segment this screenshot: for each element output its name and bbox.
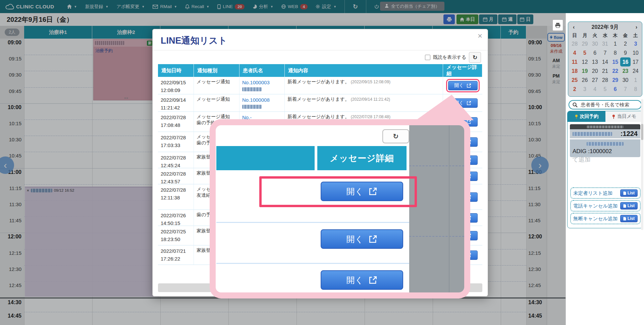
- calendar-day[interactable]: 7: [620, 85, 630, 94]
- open-message-button[interactable]: 開く: [448, 81, 478, 90]
- calendar-day[interactable]: 4: [570, 48, 580, 57]
- modal-backdrop: [566, 0, 644, 13]
- highlight-red-box: [259, 176, 417, 207]
- file-icon: [623, 217, 626, 221]
- search-icon: [573, 102, 578, 107]
- calendar-day[interactable]: 18: [570, 66, 580, 76]
- calendar-day[interactable]: 2: [620, 39, 630, 48]
- calendar-day[interactable]: 8: [631, 85, 641, 94]
- list-add-box-1[interactable]: 電話キャンセル追加List: [570, 200, 641, 212]
- calendar-day[interactable]: 12: [580, 57, 590, 66]
- external-link-icon: [369, 235, 377, 243]
- calendar-day[interactable]: 24: [631, 66, 641, 76]
- calendar-day[interactable]: 19: [580, 66, 590, 76]
- calendar-day[interactable]: 6: [610, 85, 620, 94]
- weekday-label: 水: [600, 31, 610, 39]
- tab-next-reservation[interactable]: 次回予約: [568, 111, 605, 122]
- calendar-day[interactable]: 7: [600, 48, 610, 57]
- calendar-day[interactable]: 4: [590, 85, 600, 94]
- calendar-day[interactable]: 14: [600, 57, 610, 66]
- external-link-icon: [467, 83, 471, 88]
- printer-icon: [555, 23, 560, 28]
- list-add-label: 電話キャンセル追加: [573, 203, 618, 209]
- calendar-day[interactable]: 28: [600, 76, 610, 85]
- calendar-day[interactable]: 6: [590, 48, 600, 57]
- zoom-callout: ↻ メッセージ詳細 開く 開く 開く: [210, 119, 470, 298]
- calendar-day[interactable]: 15: [610, 57, 620, 66]
- calendar-day[interactable]: 1: [610, 39, 620, 48]
- refresh-list-button[interactable]: ↻: [469, 52, 481, 63]
- sidebar-scrollbar-thumb[interactable]: [641, 124, 643, 140]
- calendar-day[interactable]: 31: [600, 39, 610, 48]
- calendar-title: 2022年 9月: [578, 24, 632, 31]
- calendar-next-button[interactable]: ›: [632, 24, 641, 30]
- magnified-open-button[interactable]: 開く: [321, 270, 403, 290]
- calendar-day[interactable]: 5: [580, 48, 590, 57]
- calendar-day[interactable]: 9: [620, 48, 630, 57]
- pushpin-icon: [612, 114, 615, 119]
- calendar-day[interactable]: 27: [590, 76, 600, 85]
- notify-content-time: (2022/07/28 17:08:48): [351, 114, 390, 119]
- calendar-day[interactable]: 25: [570, 76, 580, 85]
- weekday-label: 火: [590, 31, 600, 39]
- patient-adig-id: ADIG :1000002: [573, 148, 638, 155]
- notify-type-line: メッセージ通知: [197, 79, 236, 85]
- calendar-day[interactable]: 1: [631, 76, 641, 85]
- calendar-prev-button[interactable]: ‹: [570, 24, 578, 30]
- calendar-day[interactable]: 26: [580, 76, 590, 85]
- calendar-day[interactable]: 21: [600, 66, 610, 76]
- patient-name-redacted: [587, 142, 624, 146]
- show-read-checkbox[interactable]: [425, 55, 430, 60]
- sidebar-scrollbar[interactable]: [641, 99, 643, 230]
- list-add-box-0[interactable]: 未定者リスト追加List: [570, 187, 641, 199]
- notify-date: 2022/07/28: [161, 155, 186, 160]
- show-read-label: 既読を表示する: [433, 54, 466, 60]
- print-small-button[interactable]: [552, 19, 563, 31]
- calendar-day[interactable]: 11: [570, 57, 580, 66]
- calendar-day[interactable]: 3: [580, 85, 590, 94]
- notify-time: 14:50:15: [161, 220, 180, 226]
- list-button[interactable]: List: [620, 202, 638, 210]
- calendar-day[interactable]: 30: [590, 39, 600, 48]
- open-label: 開く: [346, 234, 364, 245]
- calendar-day[interactable]: 28: [570, 39, 580, 48]
- magnified-open-button[interactable]: 開く: [321, 229, 403, 249]
- notify-date: 2022/09/14: [161, 97, 186, 103]
- weekday-label: 日: [570, 31, 580, 39]
- tab-today-memo[interactable]: 当日メモ: [605, 111, 643, 122]
- cell-action: 開く: [443, 77, 482, 94]
- calendar-day-selected[interactable]: 16: [620, 57, 630, 66]
- list-button[interactable]: List: [620, 189, 638, 197]
- calendar-day[interactable]: 10: [631, 48, 641, 57]
- patient-search-input[interactable]: [580, 102, 638, 108]
- calendar-day[interactable]: 30: [620, 76, 630, 85]
- calendar-day[interactable]: 5: [600, 85, 610, 94]
- calendar-day[interactable]: 3: [631, 39, 641, 48]
- calendar-day[interactable]: 2: [570, 85, 580, 94]
- close-icon[interactable]: ×: [478, 31, 482, 41]
- next-reservation-card[interactable]: :1224 ADIG :1000002: [570, 124, 640, 157]
- table-header-0: 通知日時: [158, 64, 194, 77]
- reservation-number: :1224: [621, 130, 638, 138]
- calendar-day[interactable]: 22: [610, 66, 620, 76]
- list-button[interactable]: List: [620, 215, 638, 222]
- calendar-day[interactable]: 8: [610, 48, 620, 57]
- table-header-2: 患者氏名: [239, 64, 285, 77]
- calendar-day[interactable]: 29: [580, 39, 590, 48]
- weekday-label: 金: [620, 31, 630, 39]
- patient-search-box[interactable]: [569, 100, 642, 109]
- patient-number-link[interactable]: No.1000008: [242, 96, 282, 103]
- calendar-day[interactable]: 17: [631, 57, 641, 66]
- table-header-4: メッセージ詳細: [443, 64, 482, 77]
- calendar-day[interactable]: 20: [590, 66, 600, 76]
- external-link-icon: [369, 276, 377, 284]
- patient-name-redacted: [242, 87, 262, 91]
- calendar-day[interactable]: 13: [590, 57, 600, 66]
- cell-date: 2022/07/2812:11:38: [158, 184, 194, 210]
- list-add-box-2[interactable]: 無断キャンセル追加List: [570, 213, 641, 224]
- patient-number-link[interactable]: No.1000003: [242, 79, 282, 86]
- tab-next-reservation-label: 次回予約: [580, 113, 599, 120]
- table-header-3: 通知内容: [285, 64, 443, 77]
- calendar-day[interactable]: 23: [620, 66, 630, 76]
- calendar-day[interactable]: 29: [610, 76, 620, 85]
